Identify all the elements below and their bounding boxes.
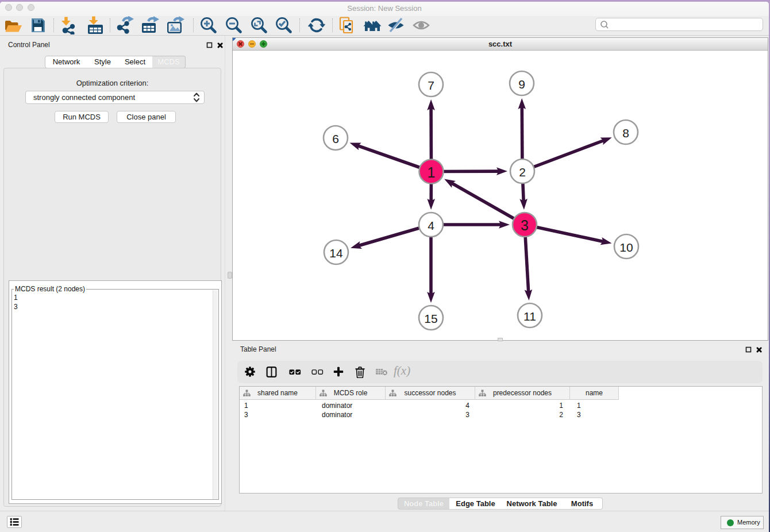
svg-text:11: 11 — [523, 310, 536, 323]
svg-text:1: 1 — [428, 164, 436, 180]
svg-text:14: 14 — [329, 246, 343, 260]
svg-text:9: 9 — [518, 78, 525, 91]
svg-text:2: 2 — [519, 165, 526, 179]
svg-text:8: 8 — [622, 126, 629, 140]
svg-text:3: 3 — [521, 217, 529, 233]
svg-text:7: 7 — [428, 79, 434, 92]
svg-text:6: 6 — [332, 132, 339, 145]
svg-text:4: 4 — [428, 219, 434, 232]
svg-text:15: 15 — [424, 312, 437, 325]
svg-text:10: 10 — [619, 241, 633, 254]
